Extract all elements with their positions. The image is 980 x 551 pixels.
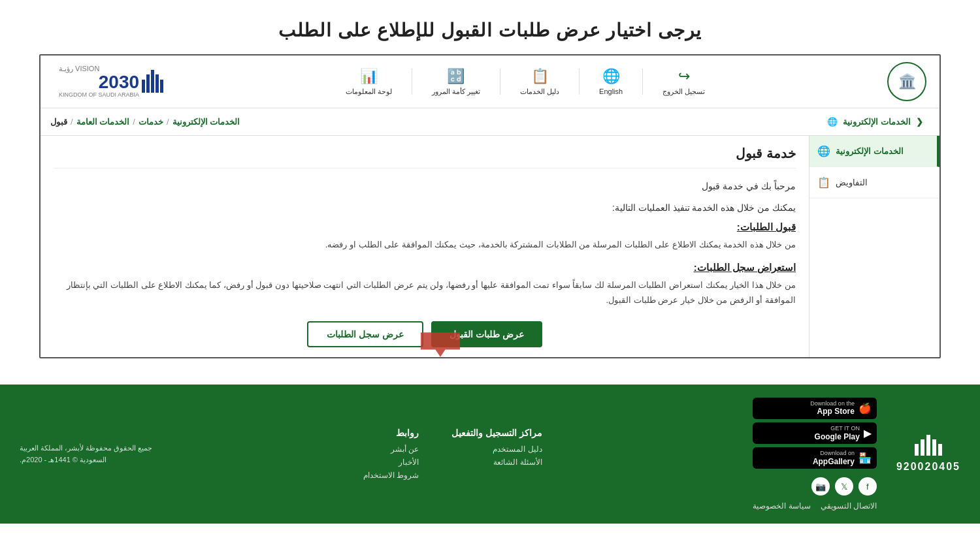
app-gallery-texts: Download on AppGallery <box>813 450 855 466</box>
services-guide-label: دليل الخدمات <box>520 87 559 96</box>
marketing-link[interactable]: الاتصال التسويقي <box>821 501 877 511</box>
sidebar-item-electronic-services[interactable]: 🌐 الخدمات الإلكترونية <box>809 136 939 167</box>
sidebar-item-label-0: الخدمات الإلكترونية <box>836 146 904 156</box>
main-layout: 🌐 الخدمات الإلكترونية 📋 التفاويض خدمة قب… <box>41 136 939 357</box>
font-size-nav-item[interactable]: 🔡 تغيير كأمة المرور <box>432 68 480 96</box>
instagram-icon[interactable]: 📷 <box>811 477 830 496</box>
svg-marker-0 <box>421 332 460 357</box>
app-gallery-sub: Download on <box>813 450 855 457</box>
facebook-icon[interactable]: f <box>858 477 877 496</box>
copyright-text: جميع الحقوق محفوظة لأبشر، المملكة العربي… <box>20 442 152 454</box>
vision-kingdom: KINGDOM OF SAUDI ARABIA <box>59 91 139 99</box>
breadcrumb-sep-3: / <box>71 117 73 127</box>
vision-bars <box>142 70 163 93</box>
view-records-button[interactable]: عرض سجل الطلبات <box>307 321 423 347</box>
google-play-badge[interactable]: ▶ GET IT ON Google Play <box>753 422 877 444</box>
phone-number: 920020405 <box>896 461 960 473</box>
chevron-left-icon: ❮ <box>916 117 923 127</box>
sidebar-toggle-icon: 🌐 <box>827 117 838 127</box>
language-label: English <box>599 87 623 95</box>
breadcrumb-sep-2: / <box>133 117 135 127</box>
section1-desc: من خلال هذه الخدمة يمكنك الاطلاع على الط… <box>54 237 796 252</box>
breadcrumb-link-0[interactable]: الخدمات الإلكترونية <box>172 117 240 127</box>
footer-bar1 <box>938 444 942 456</box>
copyright-text2: السعودية © 1441هـ - 2020م. <box>20 454 152 466</box>
logo-area: 🏛️ <box>887 62 926 101</box>
terms-link[interactable]: شروط الاستخدام <box>363 471 419 480</box>
about-link[interactable]: عن أبشر <box>363 445 419 454</box>
delegations-icon: 📋 <box>817 176 830 189</box>
font-size-icon: 🔡 <box>447 68 465 85</box>
breadcrumb-link-1[interactable]: خدمات <box>139 117 163 127</box>
nav-divider-2 <box>579 69 580 95</box>
info-icon: 📊 <box>360 68 378 85</box>
info-nav-item[interactable]: 📊 لوحة المعلومات <box>346 68 392 96</box>
nav-divider-3 <box>500 69 500 95</box>
vision-logo: VISION رؤيـة 2030 KINGDOM OF SAUDI ARABI… <box>54 64 163 99</box>
google-play-icon: ▶ <box>864 427 872 439</box>
footer-bars <box>915 435 942 456</box>
services-guide-icon: 📋 <box>531 68 549 85</box>
footer-col-registration: مراكز التسجيل والتفعيل دليل المستخدم الأ… <box>451 428 542 480</box>
sidebar-item-delegations[interactable]: 📋 التفاويض <box>809 167 939 198</box>
logo-circle: 🏛️ <box>887 62 926 101</box>
footer-col-links: روابط عن أبشر الأخبار شروط الاستخدام <box>363 428 419 480</box>
page-main-heading: يرجى اختيار عرض طلبات القبول للإطلاع على… <box>0 0 980 54</box>
nav-icons: ↪ تسجيل الخروج 🌐 English 📋 دليل الخدمات … <box>346 68 705 96</box>
section2-desc: من خلال هذا الخيار يمكنك استعراض الطلبات… <box>54 277 796 308</box>
twitter-icon[interactable]: 𝕏 <box>835 477 853 496</box>
footer-bar3 <box>926 435 930 456</box>
logout-label: تسجيل الخروج <box>662 87 705 96</box>
privacy-link[interactable]: سياسة الخصوصية <box>753 501 810 511</box>
bar4 <box>146 74 150 93</box>
breadcrumb-link-2[interactable]: الخدمات العامة <box>76 117 130 127</box>
app-gallery-label: AppGallery <box>813 457 855 466</box>
footer-bar2 <box>932 439 936 456</box>
section2-title: استعراض سجل الطلبات: <box>54 262 796 274</box>
app-store-badge[interactable]: 🍎 Download on the App Store <box>753 398 877 419</box>
bar3 <box>151 70 154 93</box>
app-store-sub: Download on the <box>810 400 855 407</box>
language-icon: 🌐 <box>602 68 620 85</box>
main-content: خدمة قبول مرحباً بك في خدمة قبول يمكنك م… <box>41 136 809 357</box>
welcome-text: مرحباً بك في خدمة قبول <box>54 178 796 195</box>
app-gallery-badge[interactable]: 🏪 Download on AppGallery <box>753 447 877 469</box>
sidebar: 🌐 الخدمات الإلكترونية 📋 التفاويض <box>809 136 939 357</box>
breadcrumb-sep-1: / <box>167 117 169 127</box>
nav-divider-4 <box>412 69 412 95</box>
logout-nav-item[interactable]: ↪ تسجيل الخروج <box>662 68 705 96</box>
section1-title: قبول الطلبات: <box>54 221 796 233</box>
language-nav-item[interactable]: 🌐 English <box>599 68 623 95</box>
bar5 <box>142 80 145 93</box>
services-guide-nav-item[interactable]: 📋 دليل الخدمات <box>520 68 559 96</box>
breadcrumb-area: ❮ الخدمات الإلكترونية 🌐 قبول / الخدمات ا… <box>41 108 939 136</box>
footer-bar4 <box>921 439 924 456</box>
sidebar-toggle[interactable]: ❮ الخدمات الإلكترونية 🌐 <box>821 114 930 130</box>
breadcrumb: قبول / الخدمات العامة / خدمات / الخدمات … <box>50 117 240 127</box>
service-title: خدمة قبول <box>54 146 796 168</box>
nav-divider-1 <box>642 69 643 95</box>
footer: 920020405 🍎 Download on the App Store ▶ … <box>0 385 980 524</box>
info-label: لوحة المعلومات <box>346 87 392 96</box>
electronic-services-icon: 🌐 <box>817 145 830 157</box>
app-store-texts: Download on the App Store <box>810 400 855 417</box>
app-gallery-icon: 🏪 <box>858 452 872 464</box>
arrow-icon <box>421 332 460 358</box>
can-do-text: يمكنك من خلال هذه الخدمة تنفيذ العمليات … <box>54 200 796 216</box>
apple-icon: 🍎 <box>858 402 872 415</box>
app-store-label: App Store <box>810 407 855 416</box>
vision-year: 2030 <box>59 73 139 91</box>
footer-bar5 <box>915 444 919 456</box>
footer-links: مراكز التسجيل والتفعيل دليل المستخدم الأ… <box>165 428 740 480</box>
logout-icon: ↪ <box>678 68 690 85</box>
sidebar-toggle-label: الخدمات الإلكترونية <box>843 117 911 127</box>
faq-link[interactable]: الأسئلة الشائعة <box>451 458 542 467</box>
user-guide-link[interactable]: دليل المستخدم <box>451 445 542 454</box>
site-header: 🏛️ ↪ تسجيل الخروج 🌐 English 📋 دليل الخدم… <box>41 55 939 108</box>
logo-icon: 🏛️ <box>898 73 916 90</box>
bar2 <box>155 74 159 93</box>
bar1 <box>160 80 163 93</box>
social-icons: f 𝕏 📷 <box>753 477 877 496</box>
google-play-texts: GET IT ON Google Play <box>815 425 860 441</box>
news-link[interactable]: الأخبار <box>363 458 419 467</box>
